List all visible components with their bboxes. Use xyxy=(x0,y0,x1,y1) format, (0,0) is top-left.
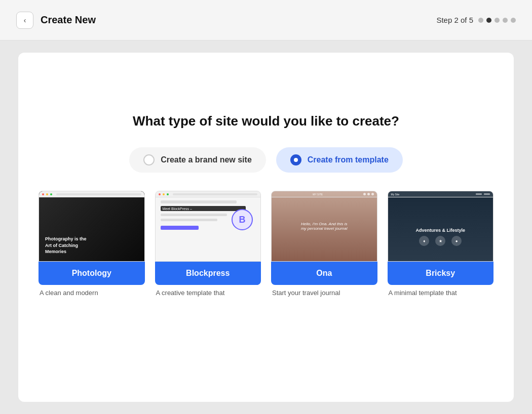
create-from-template-button[interactable]: Create from template xyxy=(276,147,403,173)
ona-nav-dots xyxy=(363,193,374,195)
template-preview-bricksy: My Site Adventures & Lifestyle ♦ ★ ● xyxy=(388,191,494,262)
template-label-blockpress: Blockpress xyxy=(155,262,261,285)
page-title: Create New xyxy=(41,14,96,26)
options-row: Create a brand new site Create from temp… xyxy=(129,147,403,173)
template-label-ona: Ona xyxy=(271,262,377,285)
mini-nav-photology xyxy=(39,191,144,197)
bricksy-icon1: ♦ xyxy=(419,236,429,246)
nav-dot-green xyxy=(50,193,52,195)
step-indicator: Step 2 of 5 xyxy=(436,16,473,24)
template-card-photology[interactable]: Photography is theArt of CatchingMemorie… xyxy=(39,191,145,297)
nav-dot-green xyxy=(167,193,169,195)
content-card: What type of site would you like to crea… xyxy=(18,53,514,402)
template-desc-ona: Start your travel journal xyxy=(271,289,377,297)
bp-line2 xyxy=(161,214,227,216)
template-preview-photology: Photography is theArt of CatchingMemorie… xyxy=(39,191,145,262)
template-card-ona[interactable]: MY SITE Hello, I'm Ona. And this ismy pe… xyxy=(271,191,377,297)
ona-site-label: MY SITE xyxy=(275,193,361,196)
template-card-blockpress[interactable]: Meet BlockPress – B Blockpress A creativ… xyxy=(155,191,261,297)
ona-nav-dot1 xyxy=(363,193,366,195)
blockpress-content: Meet BlockPress – B xyxy=(156,191,261,261)
ona-nav-dot3 xyxy=(371,193,374,195)
nav-url-bar xyxy=(173,193,258,195)
nav-dot-red xyxy=(159,193,161,195)
step-dots xyxy=(478,18,516,23)
bp-cta xyxy=(161,226,199,230)
bricksy-content: Adventures & Lifestyle ♦ ★ ● xyxy=(388,228,493,246)
step-dot-1 xyxy=(478,18,483,23)
template-label-photology: Photology xyxy=(39,262,145,285)
bricksy-nav-item1 xyxy=(476,193,482,195)
bricksy-nav-items xyxy=(476,193,490,195)
radio-template xyxy=(290,154,301,165)
create-new-site-label: Create a brand new site xyxy=(161,155,252,164)
bp-logo-circle: B xyxy=(232,209,253,230)
mini-nav-bricksy: My Site xyxy=(388,191,493,197)
create-from-template-label: Create from template xyxy=(308,155,389,164)
photology-overlay-text: Photography is theArt of CatchingMemorie… xyxy=(45,236,87,255)
bp-line3 xyxy=(161,219,218,221)
bricksy-icon2: ★ xyxy=(435,236,445,246)
step-dot-5 xyxy=(511,18,516,23)
back-button[interactable]: ‹ xyxy=(16,12,33,29)
template-preview-ona: MY SITE Hello, I'm Ona. And this ismy pe… xyxy=(271,191,377,262)
bp-heading: Meet BlockPress – xyxy=(161,206,246,211)
template-card-bricksy[interactable]: My Site Adventures & Lifestyle ♦ ★ ● xyxy=(388,191,494,297)
template-label-bricksy: Bricksy xyxy=(388,262,494,285)
ona-nav-dot2 xyxy=(367,193,370,195)
templates-row: Photography is theArt of CatchingMemorie… xyxy=(39,191,493,297)
mini-nav-ona: MY SITE xyxy=(272,191,377,197)
create-new-site-button[interactable]: Create a brand new site xyxy=(129,147,266,173)
mini-nav-blockpress xyxy=(156,191,261,197)
chevron-left-icon: ‹ xyxy=(24,16,26,24)
nav-dot-yellow xyxy=(163,193,165,195)
top-bar-right: Step 2 of 5 xyxy=(436,16,516,24)
step-dot-3 xyxy=(495,18,500,23)
template-desc-photology: A clean and modern xyxy=(39,289,145,297)
template-preview-blockpress: Meet BlockPress – B xyxy=(155,191,261,262)
top-bar-left: ‹ Create New xyxy=(16,12,96,29)
radio-new-site xyxy=(143,154,155,165)
ona-overlay-text: Hello, I'm Ona. And this ismy personal t… xyxy=(296,217,353,236)
nav-dot-yellow xyxy=(46,193,48,195)
nav-dot-red xyxy=(42,193,44,195)
main-question: What type of site would you like to crea… xyxy=(133,113,399,129)
bricksy-icons: ♦ ★ ● xyxy=(419,236,462,246)
bp-line1 xyxy=(161,200,237,203)
template-desc-bricksy: A minimal template that xyxy=(388,289,494,297)
main-wrapper: What type of site would you like to crea… xyxy=(0,40,532,414)
step-dot-2 xyxy=(486,18,491,23)
bricksy-nav-item2 xyxy=(484,193,490,195)
bricksy-overlay-text: Adventures & Lifestyle xyxy=(415,228,465,233)
nav-url-bar xyxy=(56,193,141,195)
bricksy-icon3: ● xyxy=(451,236,462,246)
step-dot-4 xyxy=(503,18,508,23)
bricksy-site-label: My Site xyxy=(391,193,474,196)
top-bar: ‹ Create New Step 2 of 5 xyxy=(0,0,532,40)
template-desc-blockpress: A creative template that xyxy=(155,289,261,297)
